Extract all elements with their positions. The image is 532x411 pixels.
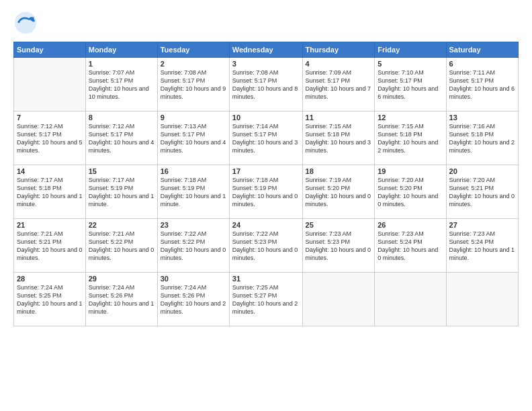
calendar-cell: 13Sunrise: 7:16 AMSunset: 5:18 PMDayligh… — [446, 111, 518, 165]
day-info: Sunrise: 7:24 AMSunset: 5:26 PMDaylight:… — [161, 283, 226, 316]
day-info: Sunrise: 7:13 AMSunset: 5:17 PMDaylight:… — [161, 122, 226, 155]
weekday-header-tuesday: Tuesday — [157, 42, 229, 58]
day-number: 4 — [306, 60, 372, 68]
day-info: Sunrise: 7:23 AMSunset: 5:24 PMDaylight:… — [449, 230, 515, 263]
day-info: Sunrise: 7:17 AMSunset: 5:19 PMDaylight:… — [89, 176, 154, 209]
day-number: 27 — [449, 221, 515, 229]
day-number: 8 — [89, 113, 154, 122]
calendar-cell: 28Sunrise: 7:24 AMSunset: 5:25 PMDayligh… — [14, 273, 86, 326]
calendar-cell: 4Sunrise: 7:09 AMSunset: 5:17 PMDaylight… — [302, 58, 375, 111]
day-info: Sunrise: 7:10 AMSunset: 5:17 PMDaylight:… — [378, 68, 443, 101]
calendar-cell: 25Sunrise: 7:23 AMSunset: 5:23 PMDayligh… — [302, 219, 375, 273]
day-info: Sunrise: 7:20 AMSunset: 5:21 PMDaylight:… — [449, 176, 515, 209]
day-number: 5 — [378, 60, 443, 68]
calendar-week-row: 1Sunrise: 7:07 AMSunset: 5:17 PMDaylight… — [14, 58, 519, 111]
day-info: Sunrise: 7:21 AMSunset: 5:22 PMDaylight:… — [89, 230, 154, 263]
calendar-cell: 23Sunrise: 7:22 AMSunset: 5:22 PMDayligh… — [157, 219, 229, 273]
day-number: 6 — [449, 60, 515, 68]
day-info: Sunrise: 7:07 AMSunset: 5:17 PMDaylight:… — [89, 68, 154, 101]
calendar-cell: 14Sunrise: 7:17 AMSunset: 5:18 PMDayligh… — [14, 165, 86, 219]
day-number: 26 — [378, 221, 443, 229]
calendar-cell: 15Sunrise: 7:17 AMSunset: 5:19 PMDayligh… — [85, 165, 157, 219]
day-info: Sunrise: 7:25 AMSunset: 5:27 PMDaylight:… — [232, 283, 300, 316]
calendar-cell: 21Sunrise: 7:21 AMSunset: 5:21 PMDayligh… — [14, 219, 86, 273]
header — [13, 11, 519, 35]
day-number: 2 — [161, 60, 226, 68]
calendar-week-row: 7Sunrise: 7:12 AMSunset: 5:17 PMDaylight… — [14, 111, 519, 165]
day-number: 13 — [449, 113, 515, 122]
day-info: Sunrise: 7:24 AMSunset: 5:25 PMDaylight:… — [17, 283, 83, 316]
calendar-table: SundayMondayTuesdayWednesdayThursdayFrid… — [13, 42, 519, 326]
day-info: Sunrise: 7:22 AMSunset: 5:22 PMDaylight:… — [161, 230, 226, 263]
day-info: Sunrise: 7:21 AMSunset: 5:21 PMDaylight:… — [17, 230, 83, 263]
day-number: 15 — [89, 167, 154, 175]
logo — [13, 11, 40, 35]
calendar-cell: 6Sunrise: 7:11 AMSunset: 5:17 PMDaylight… — [446, 58, 518, 111]
day-number: 7 — [17, 113, 83, 122]
day-number: 18 — [306, 167, 372, 175]
page: SundayMondayTuesdayWednesdayThursdayFrid… — [0, 0, 532, 411]
day-number: 16 — [161, 167, 226, 175]
calendar-cell: 16Sunrise: 7:18 AMSunset: 5:19 PMDayligh… — [157, 165, 229, 219]
weekday-header-monday: Monday — [85, 42, 157, 58]
day-number: 21 — [17, 221, 83, 229]
day-info: Sunrise: 7:20 AMSunset: 5:20 PMDaylight:… — [378, 176, 443, 209]
weekday-header-thursday: Thursday — [302, 42, 375, 58]
day-info: Sunrise: 7:24 AMSunset: 5:26 PMDaylight:… — [89, 283, 154, 316]
calendar-week-row: 21Sunrise: 7:21 AMSunset: 5:21 PMDayligh… — [14, 219, 519, 273]
day-info: Sunrise: 7:17 AMSunset: 5:18 PMDaylight:… — [17, 176, 83, 209]
day-number: 23 — [161, 221, 226, 229]
weekday-header-friday: Friday — [375, 42, 446, 58]
day-info: Sunrise: 7:15 AMSunset: 5:18 PMDaylight:… — [306, 122, 372, 155]
day-info: Sunrise: 7:23 AMSunset: 5:24 PMDaylight:… — [378, 230, 443, 263]
day-number: 9 — [161, 113, 226, 122]
calendar-cell: 10Sunrise: 7:14 AMSunset: 5:17 PMDayligh… — [229, 111, 302, 165]
calendar-cell — [14, 58, 86, 111]
day-info: Sunrise: 7:14 AMSunset: 5:17 PMDaylight:… — [232, 122, 300, 155]
day-info: Sunrise: 7:18 AMSunset: 5:19 PMDaylight:… — [232, 176, 300, 209]
day-info: Sunrise: 7:18 AMSunset: 5:19 PMDaylight:… — [161, 176, 226, 209]
calendar-cell: 18Sunrise: 7:19 AMSunset: 5:20 PMDayligh… — [302, 165, 375, 219]
day-number: 1 — [89, 60, 154, 68]
day-info: Sunrise: 7:23 AMSunset: 5:23 PMDaylight:… — [306, 230, 372, 263]
day-number: 22 — [89, 221, 154, 229]
day-info: Sunrise: 7:08 AMSunset: 5:17 PMDaylight:… — [232, 68, 300, 101]
calendar-week-row: 14Sunrise: 7:17 AMSunset: 5:18 PMDayligh… — [14, 165, 519, 219]
logo-icon — [13, 11, 38, 35]
calendar-cell: 8Sunrise: 7:12 AMSunset: 5:17 PMDaylight… — [85, 111, 157, 165]
day-info: Sunrise: 7:11 AMSunset: 5:17 PMDaylight:… — [449, 68, 515, 101]
day-number: 10 — [232, 113, 300, 122]
calendar-cell: 3Sunrise: 7:08 AMSunset: 5:17 PMDaylight… — [229, 58, 302, 111]
day-number: 11 — [306, 113, 372, 122]
calendar-cell: 11Sunrise: 7:15 AMSunset: 5:18 PMDayligh… — [302, 111, 375, 165]
calendar-cell: 12Sunrise: 7:15 AMSunset: 5:18 PMDayligh… — [375, 111, 446, 165]
weekday-header-saturday: Saturday — [446, 42, 518, 58]
calendar-cell: 29Sunrise: 7:24 AMSunset: 5:26 PMDayligh… — [85, 273, 157, 326]
calendar-cell: 20Sunrise: 7:20 AMSunset: 5:21 PMDayligh… — [446, 165, 518, 219]
weekday-header-wednesday: Wednesday — [229, 42, 302, 58]
day-number: 29 — [89, 275, 154, 283]
calendar-cell — [446, 273, 518, 326]
weekday-header-sunday: Sunday — [14, 42, 86, 58]
day-info: Sunrise: 7:19 AMSunset: 5:20 PMDaylight:… — [306, 176, 372, 209]
calendar-cell: 19Sunrise: 7:20 AMSunset: 5:20 PMDayligh… — [375, 165, 446, 219]
day-number: 30 — [161, 275, 226, 283]
calendar-cell: 26Sunrise: 7:23 AMSunset: 5:24 PMDayligh… — [375, 219, 446, 273]
day-number: 17 — [232, 167, 300, 175]
calendar-cell: 17Sunrise: 7:18 AMSunset: 5:19 PMDayligh… — [229, 165, 302, 219]
day-number: 3 — [232, 60, 300, 68]
day-info: Sunrise: 7:22 AMSunset: 5:23 PMDaylight:… — [232, 230, 300, 263]
day-number: 25 — [306, 221, 372, 229]
day-number: 19 — [378, 167, 443, 175]
calendar-cell: 9Sunrise: 7:13 AMSunset: 5:17 PMDaylight… — [157, 111, 229, 165]
calendar-cell: 7Sunrise: 7:12 AMSunset: 5:17 PMDaylight… — [14, 111, 86, 165]
day-info: Sunrise: 7:12 AMSunset: 5:17 PMDaylight:… — [17, 122, 83, 155]
calendar-cell: 5Sunrise: 7:10 AMSunset: 5:17 PMDaylight… — [375, 58, 446, 111]
day-number: 12 — [378, 113, 443, 122]
calendar-cell — [375, 273, 446, 326]
calendar-cell: 22Sunrise: 7:21 AMSunset: 5:22 PMDayligh… — [85, 219, 157, 273]
day-info: Sunrise: 7:12 AMSunset: 5:17 PMDaylight:… — [89, 122, 154, 155]
calendar-cell: 27Sunrise: 7:23 AMSunset: 5:24 PMDayligh… — [446, 219, 518, 273]
day-number: 31 — [232, 275, 300, 283]
calendar-cell: 1Sunrise: 7:07 AMSunset: 5:17 PMDaylight… — [85, 58, 157, 111]
